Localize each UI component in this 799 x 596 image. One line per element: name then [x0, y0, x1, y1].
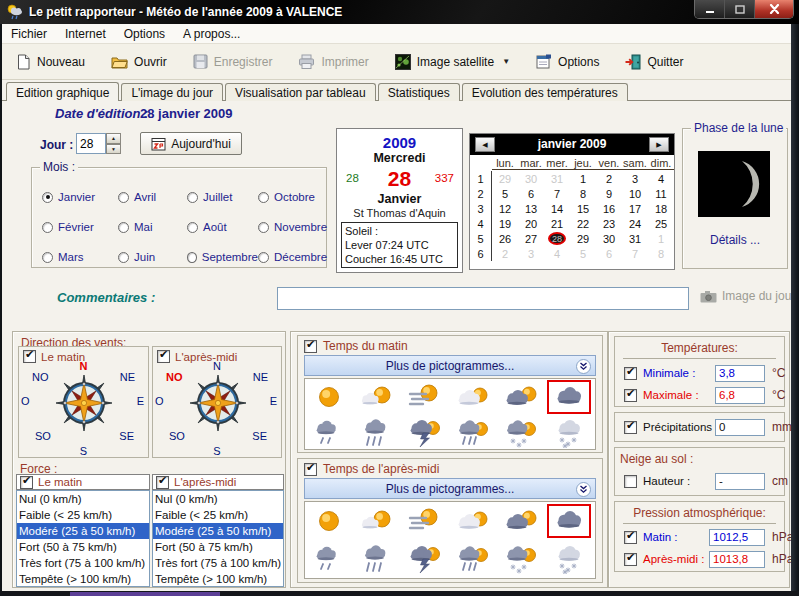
tab-image-du-jour[interactable]: L'image du jour — [121, 83, 223, 101]
calendar-day[interactable]: 31 — [622, 233, 648, 245]
calendar-day[interactable]: 27 — [518, 233, 544, 245]
precipitations-checkbox[interactable] — [624, 421, 637, 434]
compass-rose-apres-midi[interactable] — [189, 374, 247, 432]
picto-nuage-sombre-icon[interactable] — [547, 504, 591, 538]
tab-visualisation-tableau[interactable]: Visualisation par tableau — [225, 83, 376, 101]
picto-neige-soleil-icon[interactable] — [499, 416, 543, 450]
temps-matin-checkbox[interactable] — [304, 340, 317, 353]
hauteur-checkbox[interactable] — [624, 475, 637, 488]
calendar-day[interactable]: 26 — [492, 233, 518, 245]
wind-direction-O[interactable]: O — [155, 395, 164, 407]
calendar-day[interactable]: 30 — [596, 233, 622, 245]
plus-pictogrammes-matin-button[interactable]: Plus de pictogrammes... — [304, 355, 596, 376]
wind-direction-NO[interactable]: NO — [32, 371, 49, 383]
calendar-day[interactable]: 8 — [648, 248, 674, 260]
picto-pluie-icon[interactable] — [355, 416, 399, 450]
toolbar-image-satellite-button[interactable]: Image satellite ▼ — [395, 54, 510, 70]
calendar-day[interactable]: 25 — [648, 218, 674, 230]
picto-brume-icon[interactable] — [403, 504, 447, 538]
minimale-checkbox[interactable] — [624, 367, 637, 380]
mois-radio-juin[interactable]: Juin — [118, 251, 187, 263]
aujourdhui-button[interactable]: Aujourd'hui — [140, 132, 242, 155]
calendar-day[interactable]: 24 — [622, 218, 648, 230]
pression-apres-midi-checkbox[interactable] — [624, 553, 637, 566]
pression-matin-checkbox[interactable] — [624, 531, 637, 544]
force-apres-midi-checkbox[interactable] — [156, 476, 169, 489]
radio-icon[interactable] — [118, 252, 129, 263]
spinner-down-icon[interactable]: ▼ — [106, 144, 121, 155]
wind-direction-S[interactable]: S — [19, 445, 148, 457]
calendar-day[interactable]: 29 — [492, 173, 518, 185]
lune-details-link[interactable]: Détails ... — [683, 233, 787, 247]
radio-icon[interactable] — [42, 222, 53, 233]
force-list-item[interactable]: Faible (< 25 km/h) — [153, 507, 283, 523]
calendar-day[interactable]: 14 — [544, 203, 570, 215]
picto-nuage-sombre-icon[interactable] — [547, 380, 591, 414]
hauteur-input[interactable] — [715, 473, 765, 490]
force-matin-checkbox[interactable] — [20, 476, 33, 489]
chevron-double-down-icon[interactable] — [576, 359, 591, 374]
force-list-item[interactable]: Très fort (75 à 100 km/h) — [17, 555, 149, 571]
picto-brume-icon[interactable] — [403, 380, 447, 414]
calendar-day[interactable]: 20 — [518, 218, 544, 230]
calendar-day[interactable]: 31 — [544, 173, 570, 185]
picto-neige-icon[interactable] — [547, 416, 591, 450]
mois-radio-décembre[interactable]: Décembre — [258, 251, 327, 263]
radio-icon[interactable] — [258, 192, 269, 203]
calendar-day[interactable]: 15 — [570, 203, 596, 215]
calendar-day[interactable]: 18 — [648, 203, 674, 215]
calendar-next-button[interactable]: ▶ — [649, 137, 669, 152]
menu-fichier[interactable]: Fichier — [2, 25, 56, 43]
picto-soleil-icon[interactable] — [307, 380, 351, 414]
toolbar-nouveau-button[interactable]: Nouveau — [16, 54, 85, 70]
mois-radio-mai[interactable]: Mai — [118, 221, 187, 233]
maximale-checkbox[interactable] — [624, 389, 637, 402]
toolbar-options-button[interactable]: Options — [536, 54, 599, 69]
picto-pluie-icon[interactable] — [355, 542, 399, 576]
wind-direction-S[interactable]: S — [153, 445, 281, 457]
dropdown-arrow-icon[interactable]: ▼ — [502, 57, 510, 66]
calendar-day[interactable]: 13 — [518, 203, 544, 215]
mois-radio-août[interactable]: Août — [187, 221, 258, 233]
toolbar-enregistrer-button[interactable]: Enregistrer — [193, 54, 273, 69]
mois-radio-mars[interactable]: Mars — [42, 251, 118, 263]
wind-direction-SE[interactable]: SE — [252, 430, 267, 442]
force-matin-listbox[interactable]: Nul (0 km/h)Faible (< 25 km/h)Modéré (25… — [16, 490, 150, 587]
chevron-double-down-icon[interactable] — [576, 482, 591, 497]
calendar-day[interactable]: 3 — [518, 248, 544, 260]
temps-apres-midi-checkbox[interactable] — [304, 463, 317, 476]
radio-icon[interactable] — [118, 192, 129, 203]
menu-internet[interactable]: Internet — [56, 25, 115, 43]
mois-radio-novembre[interactable]: Novembre — [258, 221, 327, 233]
wind-direction-NE[interactable]: NE — [120, 371, 135, 383]
minimize-button[interactable] — [695, 0, 725, 18]
calendar-day[interactable]: 3 — [622, 173, 648, 185]
picto-soleil-icon[interactable] — [307, 504, 351, 538]
image-du-jour-button[interactable]: Image du jour — [700, 289, 795, 303]
calendar-day[interactable]: 4 — [648, 173, 674, 185]
calendar-day[interactable]: 5 — [570, 248, 596, 260]
menu-a-propos[interactable]: A propos... — [174, 25, 249, 43]
force-list-item[interactable]: Fort (50 à 75 km/h) — [153, 539, 283, 555]
picto-neige-soleil-icon[interactable] — [499, 542, 543, 576]
radio-icon[interactable] — [187, 192, 198, 203]
calendar-day[interactable]: 28 — [544, 232, 570, 245]
mois-radio-octobre[interactable]: Octobre — [258, 191, 327, 203]
force-list-item[interactable]: Nul (0 km/h) — [17, 491, 149, 507]
calendar-day[interactable]: 30 — [518, 173, 544, 185]
calendar-day[interactable]: 1 — [648, 233, 674, 245]
calendar-day[interactable]: 2 — [596, 173, 622, 185]
mois-radio-janvier[interactable]: Janvier — [42, 191, 118, 203]
picto-orage-icon[interactable] — [403, 416, 447, 450]
plus-pictogrammes-apres-midi-button[interactable]: Plus de pictogrammes... — [304, 478, 596, 499]
wind-direction-SE[interactable]: SE — [119, 430, 134, 442]
calendar-day[interactable]: 9 — [596, 188, 622, 200]
jour-input[interactable] — [76, 133, 106, 154]
mois-radio-septembre[interactable]: Septembre — [187, 251, 258, 263]
pression-apres-midi-input[interactable] — [709, 551, 765, 568]
calendar-day[interactable]: 1 — [570, 173, 596, 185]
minimale-input[interactable] — [715, 365, 765, 382]
force-list-item[interactable]: Nul (0 km/h) — [153, 491, 283, 507]
force-list-item[interactable]: Faible (< 25 km/h) — [17, 507, 149, 523]
wind-direction-E[interactable]: E — [137, 395, 144, 407]
